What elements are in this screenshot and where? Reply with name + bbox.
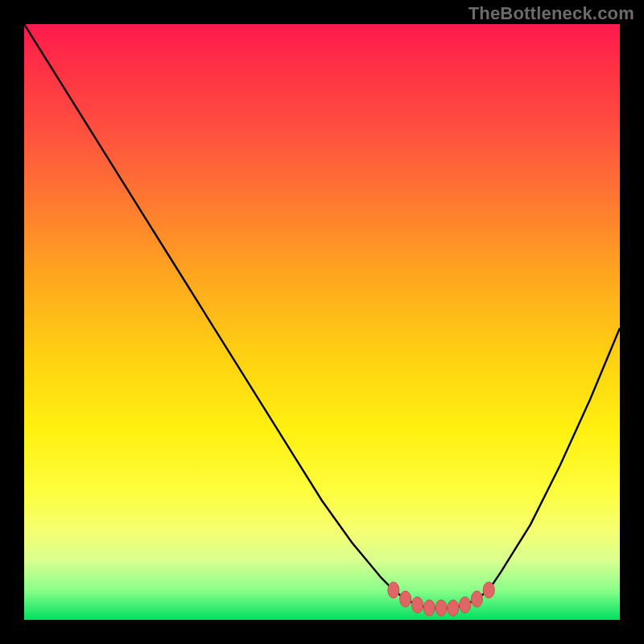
flat-marker bbox=[388, 582, 399, 598]
flat-marker bbox=[400, 591, 411, 607]
curve-line bbox=[24, 24, 620, 608]
chart-frame: TheBottleneck.com bbox=[0, 0, 644, 644]
flat-marker bbox=[471, 591, 482, 607]
flat-marker bbox=[411, 597, 423, 613]
flat-marker bbox=[436, 600, 447, 616]
flat-region-markers bbox=[388, 582, 494, 616]
flat-marker bbox=[483, 582, 494, 598]
flat-marker bbox=[460, 597, 471, 613]
flat-marker bbox=[423, 600, 435, 616]
bottleneck-curve-chart bbox=[24, 24, 620, 620]
plot-area bbox=[24, 24, 620, 620]
watermark-text: TheBottleneck.com bbox=[469, 3, 634, 24]
flat-marker bbox=[448, 600, 459, 616]
